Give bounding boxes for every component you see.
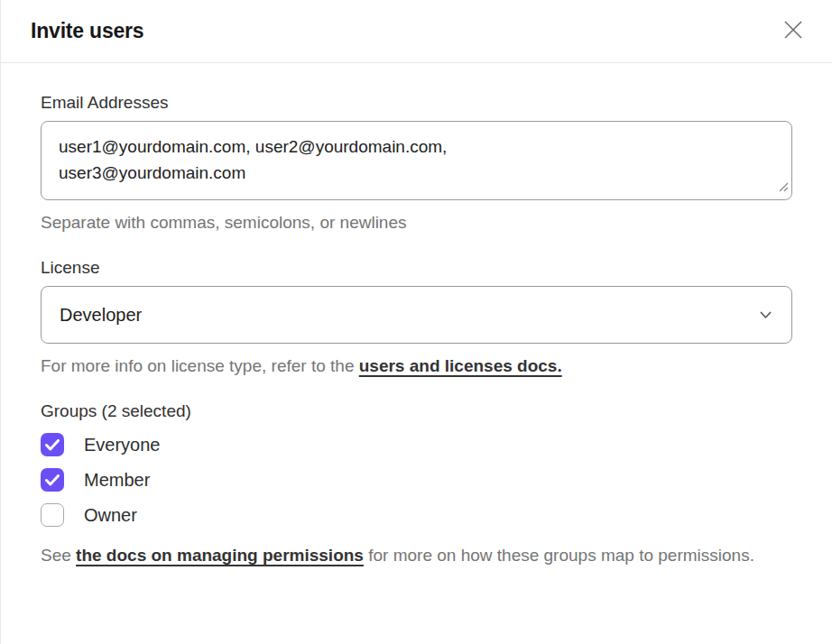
email-field-group: Email Addresses user1@yourdomain.com, us… xyxy=(41,93,792,234)
modal-title: Invite users xyxy=(31,19,143,43)
group-row-member[interactable]: Member xyxy=(41,468,792,492)
groups-label: Groups (2 selected) xyxy=(41,401,792,421)
managing-permissions-docs-link[interactable]: the docs on managing permissions xyxy=(76,546,364,565)
email-helper-text: Separate with commas, semicolons, or new… xyxy=(41,212,792,234)
email-addresses-label: Email Addresses xyxy=(41,93,792,113)
groups-helper-suffix: for more on how these groups map to perm… xyxy=(364,546,754,565)
groups-helper-text: See the docs on managing permissions for… xyxy=(41,542,792,568)
chevron-down-icon xyxy=(759,307,772,323)
license-select[interactable]: Developer xyxy=(41,286,792,344)
group-label-member: Member xyxy=(84,470,150,491)
license-helper-text: For more info on license type, refer to … xyxy=(41,355,792,377)
checkbox-everyone[interactable] xyxy=(41,433,64,456)
email-addresses-textarea-wrap: user1@yourdomain.com, user2@yourdomain.c… xyxy=(41,121,792,200)
close-icon xyxy=(781,18,805,44)
checkbox-owner[interactable] xyxy=(41,503,64,527)
email-addresses-input[interactable]: user1@yourdomain.com, user2@yourdomain.c… xyxy=(41,121,792,200)
check-icon xyxy=(45,474,60,486)
license-helper-prefix: For more info on license type, refer to … xyxy=(41,356,359,375)
group-row-everyone[interactable]: Everyone xyxy=(41,433,792,456)
groups-field-group: Groups (2 selected) Everyone Member xyxy=(41,401,792,568)
check-icon xyxy=(45,439,60,451)
group-row-owner[interactable]: Owner xyxy=(41,503,792,527)
groups-helper-prefix: See xyxy=(41,546,76,565)
invite-users-modal: Invite users Email Addresses user1@yourd… xyxy=(0,0,832,644)
modal-body: Email Addresses user1@yourdomain.com, us… xyxy=(1,63,832,568)
close-button[interactable] xyxy=(780,18,807,45)
license-selected-value: Developer xyxy=(60,305,142,326)
group-label-everyone: Everyone xyxy=(84,435,161,455)
resize-handle-icon[interactable] xyxy=(778,179,789,196)
license-field-group: License Developer For more info on licen… xyxy=(41,258,792,377)
license-label: License xyxy=(41,258,792,278)
users-licenses-docs-link[interactable]: users and licenses docs. xyxy=(359,356,562,375)
checkbox-member[interactable] xyxy=(41,468,64,492)
modal-header: Invite users xyxy=(1,0,832,63)
group-label-owner: Owner xyxy=(84,505,137,526)
